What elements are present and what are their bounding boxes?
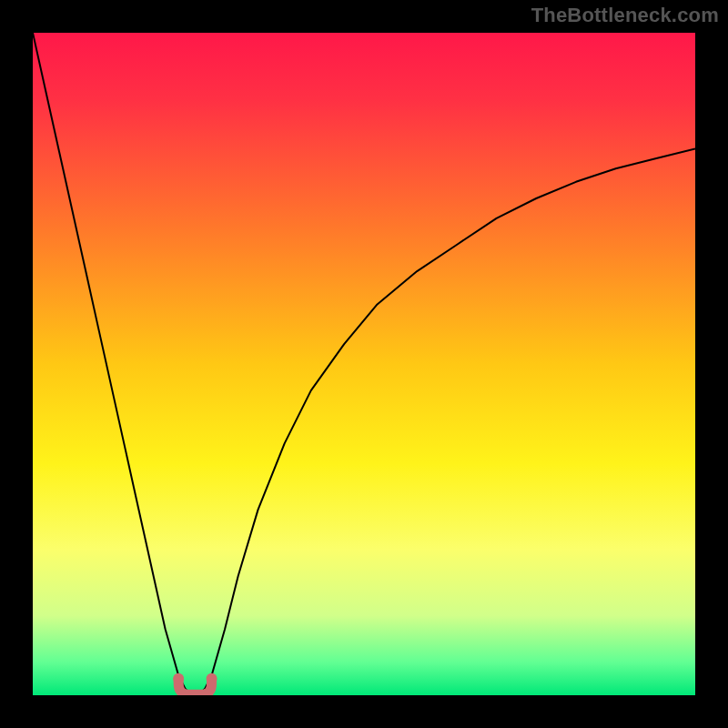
chart-frame: TheBottleneck.com <box>0 0 728 728</box>
plot-area <box>33 33 695 695</box>
chart-svg <box>33 33 695 695</box>
minimum-marker-dot <box>173 673 184 684</box>
gradient-background <box>33 33 695 695</box>
watermark: TheBottleneck.com <box>531 4 719 27</box>
minimum-marker-dot <box>207 673 217 684</box>
